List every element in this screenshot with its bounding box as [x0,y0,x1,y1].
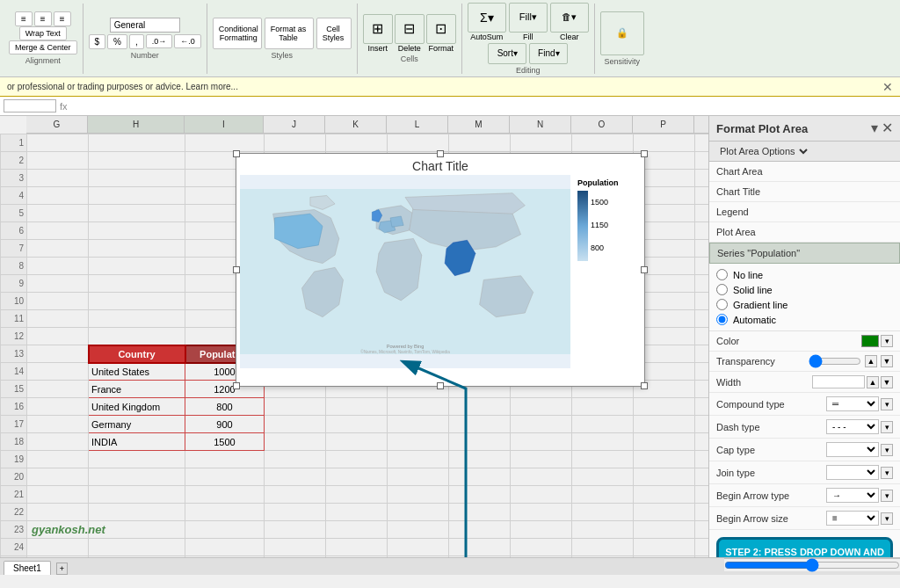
transparency-up-btn[interactable]: ▲ [865,355,877,367]
cell-23-4[interactable] [326,539,388,556]
insert-btn[interactable]: ⊞ [363,14,393,44]
cell-20-3[interactable] [265,486,326,504]
cell-4-0[interactable] [27,205,89,222]
merge-center-btn[interactable]: Merge & Center [9,40,77,54]
align-right-btn[interactable]: ≡ [54,11,71,26]
dec-decrease-btn[interactable]: ←.0 [174,34,201,48]
wrap-text-btn[interactable]: Wrap Text [19,26,67,40]
cell-18-4[interactable] [326,451,388,468]
width-input[interactable] [812,375,865,388]
cell-2-0[interactable] [27,170,89,187]
cell-9-0[interactable] [27,293,89,310]
join-type-select[interactable] [826,465,879,480]
cell-14-0[interactable] [27,381,89,398]
cell-24-7[interactable] [511,556,572,558]
panel-nav-plot-area[interactable]: Plot Area [709,222,900,243]
cell-17-7[interactable] [511,433,572,451]
cell-22-9[interactable] [634,521,695,539]
cell-1-1[interactable] [89,152,185,170]
cell-16-9[interactable] [634,416,695,433]
cell-11-1[interactable] [89,328,185,345]
cell-15-5[interactable] [388,398,449,416]
cell-19-1[interactable] [89,468,185,486]
cell-18-9[interactable] [634,451,695,468]
cell-20-6[interactable] [449,486,511,504]
cell-3-0[interactable] [27,187,89,205]
cell-3-1[interactable] [89,187,185,205]
cell-21-8[interactable] [572,504,634,521]
cell-17-2[interactable]: 1500 [185,433,265,451]
cell-22-6[interactable] [449,521,511,539]
info-close-btn[interactable]: ✕ [882,80,893,94]
radio-automatic-input[interactable] [716,314,728,325]
panel-nav-chart-area[interactable]: Chart Area [709,162,900,182]
cell-6-0[interactable] [27,240,89,258]
begin-arrow-type-btn[interactable]: ▾ [881,490,893,502]
cell-23-2[interactable] [185,539,265,556]
cell-24-1[interactable] [89,556,185,558]
cell-23-0[interactable] [27,539,89,556]
cell-16-6[interactable] [449,416,511,433]
cell-17-0[interactable] [27,433,89,451]
cell-7-0[interactable] [27,258,89,275]
dash-type-btn[interactable]: ▾ [881,421,893,433]
cell-23-3[interactable] [265,539,326,556]
cell-21-9[interactable] [634,504,695,521]
cell-20-1[interactable] [89,486,185,504]
align-center-btn[interactable]: ≡ [34,11,52,26]
cell-16-4[interactable] [326,416,388,433]
number-format-select[interactable]: General [110,18,180,33]
align-left-btn[interactable]: ≡ [15,11,33,26]
cell-20-0[interactable] [27,486,89,504]
cell-24-2[interactable] [185,556,265,558]
cell-1-0[interactable] [27,152,89,170]
conditional-formatting-btn[interactable]: Conditional Formatting [213,18,262,49]
cell-24-0[interactable] [27,556,89,558]
cell-19-3[interactable] [265,468,326,486]
cell-16-1[interactable]: Germany [89,416,185,433]
panel-dropdown-select[interactable]: Plot Area Options [716,145,810,157]
cell-0-9[interactable] [634,134,695,152]
cell-15-2[interactable]: 800 [185,398,265,416]
cell-18-0[interactable] [27,451,89,468]
cell-24-9[interactable] [634,556,695,558]
cell-15-4[interactable] [326,398,388,416]
handle-br[interactable] [641,382,648,389]
radio-solid-line[interactable]: Solid line [716,284,893,295]
cell-19-7[interactable] [511,468,572,486]
width-up-btn[interactable]: ▲ [867,376,879,388]
cell-18-6[interactable] [449,451,511,468]
cell-18-8[interactable] [572,451,634,468]
cell-16-5[interactable] [388,416,449,433]
cell-21-5[interactable] [388,504,449,521]
cell-10-0[interactable] [27,310,89,328]
dash-type-select[interactable]: - - - [826,419,879,434]
handle-tm[interactable] [437,150,444,157]
sensitivity-btn[interactable]: 🔒 [600,11,644,55]
cell-23-9[interactable] [634,539,695,556]
cell-21-7[interactable] [511,504,572,521]
dec-increase-btn[interactable]: .0→ [146,34,173,48]
handle-tr[interactable] [641,150,648,157]
cell-24-5[interactable] [388,556,449,558]
radio-no-line-input[interactable] [716,269,728,280]
fill-btn[interactable]: Fill▾ [509,3,548,33]
radio-no-line[interactable]: No line [716,269,893,280]
comma-btn[interactable]: , [129,34,144,49]
cell-20-9[interactable] [634,486,695,504]
cell-12-0[interactable] [27,345,89,363]
cell-21-2[interactable] [185,504,265,521]
begin-arrow-size-select[interactable]: ≡ [826,511,879,526]
cell-20-7[interactable] [511,486,572,504]
cell-21-6[interactable] [449,504,511,521]
formula-input[interactable] [71,100,896,112]
cell-18-1[interactable] [89,451,185,468]
cell-21-1[interactable] [89,504,185,521]
cell-15-6[interactable] [449,398,511,416]
cell-11-0[interactable] [27,328,89,345]
color-swatch[interactable] [861,335,879,347]
cell-18-3[interactable] [265,451,326,468]
cell-16-3[interactable] [265,416,326,433]
panel-minimize-btn[interactable]: ▾ [871,121,878,135]
cell-17-1[interactable]: INDIA [89,433,185,451]
